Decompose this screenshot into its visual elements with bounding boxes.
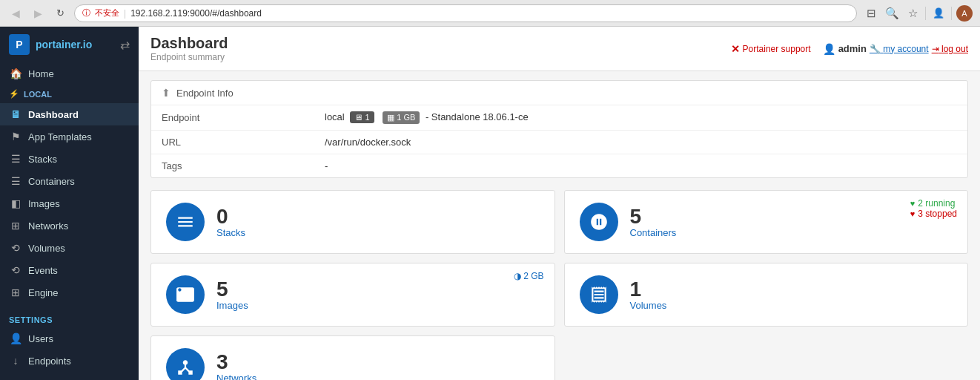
tags-label: Tags	[151, 154, 314, 178]
endpoints-icon: ↓	[9, 355, 22, 367]
content-area: ⬆ Endpoint Info Endpoint local 🖥 1 ▦ 1 G…	[139, 71, 980, 380]
security-label: 不安全	[95, 7, 119, 19]
portainer-support-link[interactable]: ✕ Portainer support	[731, 43, 811, 55]
bookmark-icon[interactable]: ☆	[904, 5, 921, 22]
networks-icon-circle	[166, 348, 205, 380]
sidebar-item-home-label: Home	[28, 68, 54, 79]
containers-card[interactable]: 5 Containers ♥ 2 running ♥ 3 stopped	[564, 190, 969, 254]
networks-count: 3	[216, 352, 256, 373]
containers-count: 5	[630, 206, 677, 227]
tags-value: -	[314, 154, 967, 178]
translate-icon[interactable]: ⊟	[863, 5, 879, 22]
sidebar-toggle[interactable]: ⇄	[120, 38, 130, 52]
images-size: 2 GB	[523, 271, 543, 281]
security-icon: ⓘ	[82, 7, 90, 19]
sidebar-item-users[interactable]: 👤 Users	[0, 327, 139, 350]
sidebar-item-networks[interactable]: ⊞ Networks	[0, 214, 139, 237]
search-icon[interactable]: 🔍	[884, 5, 900, 22]
sidebar-local-section: ⚡ LOCAL	[0, 85, 139, 103]
volumes-icon-circle	[580, 275, 618, 314]
sidebar-item-volumes-label: Volumes	[28, 243, 65, 254]
home-icon: 🏠	[9, 68, 22, 79]
stats-grid: 0 Stacks 5 Containers	[150, 190, 968, 380]
sidebar-item-dashboard-label: Dashboard	[28, 109, 79, 120]
endpoint-section-title: Endpoint Info	[176, 88, 234, 99]
sidebar-item-dashboard[interactable]: 🖥 Dashboard	[0, 103, 139, 125]
endpoint-row-url: URL /var/run/docker.sock	[151, 131, 967, 154]
sidebar-item-app-templates[interactable]: ⚑ App Templates	[0, 125, 139, 148]
heart-running-icon: ♥	[910, 199, 916, 208]
sidebar-item-events-label: Events	[28, 265, 58, 276]
stacks-icon-circle	[166, 203, 205, 241]
sidebar-item-registries[interactable]: ≡ Registries	[0, 372, 139, 380]
volumes-card[interactable]: 1 Volumes	[564, 263, 969, 327]
sidebar-item-registries-label: Registries	[28, 378, 71, 381]
forward-button[interactable]: ▶	[30, 5, 46, 22]
app-container: P portainer.io ⇄ 🏠 Home ⚡ LOCAL 🖥 Dashbo…	[0, 27, 980, 380]
networks-label[interactable]: Networks	[216, 373, 256, 381]
sidebar-item-home[interactable]: 🏠 Home	[0, 62, 139, 85]
endpoint-row-tags: Tags -	[151, 154, 967, 178]
sidebar-item-containers-label: Containers	[28, 176, 75, 187]
reload-button[interactable]: ↻	[52, 5, 68, 22]
address-bar[interactable]: ⓘ 不安全 | 192.168.2.119:9000/#/dashboard	[74, 4, 857, 22]
account-circle-icon[interactable]: 👤	[930, 5, 947, 22]
containers-icon-circle	[580, 203, 618, 241]
volumes-label[interactable]: Volumes	[630, 300, 667, 311]
log-out-link[interactable]: ⇥ log out	[932, 44, 968, 54]
url-value: /var/run/docker.sock	[314, 131, 967, 154]
stacks-card[interactable]: 0 Stacks	[150, 190, 555, 254]
sidebar-item-endpoints-label: Endpoints	[28, 356, 71, 367]
sidebar-item-networks-label: Networks	[28, 220, 68, 232]
admin-name: admin	[838, 43, 867, 54]
endpoint-section-header: ⬆ Endpoint Info	[151, 81, 967, 105]
sidebar-item-users-label: Users	[28, 333, 53, 344]
app-templates-icon: ⚑	[9, 131, 22, 142]
stacks-label[interactable]: Stacks	[216, 227, 245, 238]
url-label: URL	[151, 131, 314, 154]
sidebar-item-containers[interactable]: ☰ Containers	[0, 170, 139, 192]
page-title: Dashboard	[150, 35, 228, 52]
sidebar-item-volumes[interactable]: ⟲ Volumes	[0, 237, 139, 259]
engine-icon: ⊞	[9, 286, 22, 298]
stacks-count: 0	[216, 206, 245, 227]
browser-user-avatar[interactable]: A	[956, 5, 973, 22]
networks-card[interactable]: 3 Networks	[150, 335, 555, 380]
log-out-label: log out	[941, 44, 968, 54]
support-x-icon: ✕	[731, 43, 740, 55]
endpoint-badge-ram: ▦ 1 GB	[383, 111, 420, 124]
sidebar-item-events[interactable]: ⟲ Events	[0, 259, 139, 281]
networks-info: 3 Networks	[216, 352, 256, 381]
images-svg-icon	[176, 285, 195, 304]
user-links: 👤 admin 🔧 my account ⇥ log out	[823, 43, 968, 55]
containers-icon: ☰	[9, 175, 22, 187]
sidebar-item-stacks[interactable]: ☰ Stacks	[0, 148, 139, 170]
registries-icon: ≡	[9, 377, 22, 380]
user-circle-icon: 👤	[823, 43, 835, 55]
sidebar-item-images[interactable]: ◧ Images	[0, 192, 139, 214]
sidebar-item-endpoints[interactable]: ↓ Endpoints	[0, 350, 139, 372]
users-icon: 👤	[9, 332, 22, 344]
volumes-count: 1	[630, 279, 667, 300]
stacks-info: 0 Stacks	[216, 206, 245, 238]
volumes-svg-icon	[589, 285, 609, 304]
my-account-link[interactable]: 🔧 my account	[870, 44, 929, 54]
url-text: 192.168.2.119:9000/#/dashboard	[130, 8, 262, 19]
my-account-label: my account	[883, 44, 928, 54]
sidebar-logo: P portainer.io ⇄	[0, 27, 139, 62]
back-button[interactable]: ◀	[7, 5, 24, 22]
sidebar-item-app-templates-label: App Templates	[28, 131, 92, 142]
sidebar-item-stacks-label: Stacks	[28, 154, 57, 165]
volumes-info: 1 Volumes	[630, 279, 667, 311]
images-card[interactable]: 5 Images ◑ 2 GB	[150, 263, 555, 327]
containers-info: 5 Containers	[630, 206, 677, 238]
images-size-badge: ◑ 2 GB	[514, 271, 544, 281]
sidebar-item-engine[interactable]: ⊞ Engine	[0, 281, 139, 304]
browser-toolbar: ⊟ 🔍 ☆ 👤 A	[863, 5, 973, 22]
containers-label[interactable]: Containers	[630, 227, 677, 238]
endpoint-badge-cpu: 🖥 1	[350, 111, 374, 123]
images-label[interactable]: Images	[216, 300, 248, 311]
networks-icon: ⊞	[9, 220, 22, 232]
containers-svg-icon	[589, 212, 609, 232]
stacks-icon: ☰	[9, 153, 22, 165]
